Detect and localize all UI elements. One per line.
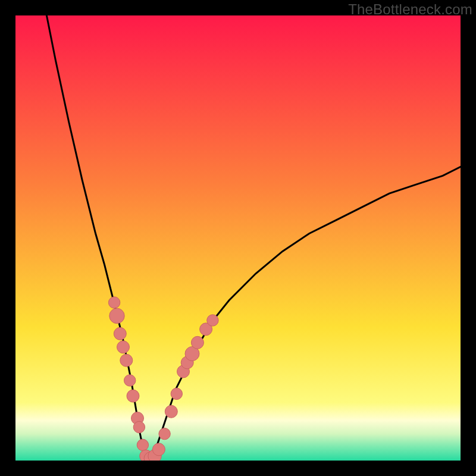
sample-dot — [108, 297, 120, 308]
sample-dot — [171, 388, 182, 399]
sample-dot — [137, 439, 148, 450]
sample-dot — [152, 443, 165, 456]
sample-dot — [117, 341, 130, 353]
sample-dot — [191, 336, 203, 349]
sample-dot — [127, 390, 139, 402]
bottleneck-chart — [15, 15, 461, 461]
sample-dot — [109, 308, 124, 323]
chart-frame: TheBottleneck.com — [0, 0, 476, 476]
sample-dot — [159, 428, 170, 439]
sample-dot — [114, 327, 126, 340]
sample-dot — [120, 354, 133, 367]
gradient-background — [15, 15, 461, 461]
sample-dot — [124, 375, 136, 386]
sample-dot — [165, 405, 177, 418]
sample-dot — [133, 421, 145, 433]
sample-dot — [207, 315, 218, 326]
